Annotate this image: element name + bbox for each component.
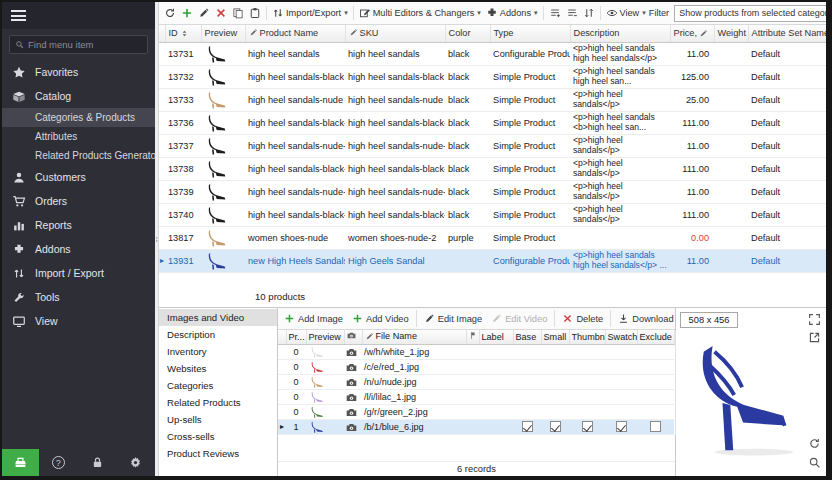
tab-websites[interactable]: Websites <box>159 360 277 377</box>
download-image-button[interactable]: Download Image <box>610 310 675 327</box>
product-row[interactable]: 13732 high heel sandals-black high heel … <box>159 65 826 88</box>
swatch-checkbox[interactable] <box>616 421 627 432</box>
small-checkbox[interactable] <box>550 361 561 372</box>
fullscreen-icon[interactable] <box>808 313 821 326</box>
sidebar-item-reports[interactable]: Reports <box>2 213 155 237</box>
column-header[interactable]: Label <box>479 330 513 344</box>
small-checkbox[interactable] <box>550 421 561 432</box>
delete-image-button[interactable]: Delete <box>554 310 607 327</box>
exclude-checkbox[interactable] <box>650 361 661 372</box>
thumbnail-checkbox[interactable] <box>582 406 593 417</box>
base-checkbox[interactable] <box>522 376 533 387</box>
image-row[interactable]: 0 /l/i/lilac_1.jpg <box>278 389 674 404</box>
copy-button[interactable] <box>230 5 246 22</box>
product-row[interactable]: 13733 high heel sandals-nude high heel s… <box>159 88 826 111</box>
sidebar-item-categories-products[interactable]: Categories & Products <box>2 108 155 127</box>
add-video-button[interactable]: Add Video <box>348 310 413 327</box>
image-row[interactable]: 0 /n/u/nude.jpg <box>278 374 674 389</box>
collapse-all-button[interactable] <box>564 5 580 22</box>
settings-button[interactable] <box>116 449 155 476</box>
delete-product-button[interactable] <box>213 5 229 22</box>
addons-menu[interactable]: Addons▾ <box>484 5 540 22</box>
sidebar-item-import-export[interactable]: Import / Export <box>2 261 155 285</box>
add-product-button[interactable] <box>179 5 195 22</box>
import-export-menu[interactable]: Import/Export▾ <box>270 5 350 22</box>
column-header[interactable]: ID <box>165 25 201 42</box>
lock-button[interactable] <box>78 449 117 476</box>
column-header[interactable]: SKU <box>345 25 445 42</box>
tab-inventory[interactable]: Inventory <box>159 343 277 360</box>
product-row[interactable]: 13740 high heel sandals-black-38 high he… <box>159 203 826 226</box>
swatch-checkbox[interactable] <box>616 376 627 387</box>
thumbnail-checkbox[interactable] <box>582 361 593 372</box>
exclude-checkbox[interactable] <box>650 391 661 402</box>
column-header[interactable]: Weight <box>714 25 748 42</box>
base-checkbox[interactable] <box>522 361 533 372</box>
exclude-checkbox[interactable] <box>650 406 661 417</box>
multi-editors-menu[interactable]: Multi Editors & Changers▾ <box>357 5 483 22</box>
column-header[interactable]: Base <box>513 330 541 344</box>
tab-categories[interactable]: Categories <box>159 377 277 394</box>
exclude-checkbox[interactable] <box>650 421 661 432</box>
product-row[interactable]: 13737 high heel sandals-nude-36 high hee… <box>159 134 826 157</box>
category-filter-select[interactable]: Show products from selected categories▾ <box>674 5 826 22</box>
product-row[interactable]: 13738 high heel sandals-black-37 high he… <box>159 157 826 180</box>
small-checkbox[interactable] <box>550 391 561 402</box>
image-size-readout[interactable]: 508 x 456 <box>680 312 738 328</box>
image-row[interactable]: 0 /c/e/red_1.jpg <box>278 359 674 374</box>
column-header[interactable]: Swatch <box>605 330 637 344</box>
column-header[interactable]: Type <box>490 25 570 42</box>
sidebar-item-orders[interactable]: Orders <box>2 189 155 213</box>
sidebar-item-customers[interactable]: Customers <box>2 165 155 189</box>
thumbnail-checkbox[interactable] <box>582 421 593 432</box>
base-checkbox[interactable] <box>522 406 533 417</box>
menu-search-input[interactable] <box>28 39 142 50</box>
small-checkbox[interactable] <box>550 406 561 417</box>
product-row[interactable]: 13736 high heel sandals-black-36 high he… <box>159 111 826 134</box>
tab-product-reviews[interactable]: Product Reviews <box>159 445 277 462</box>
edit-product-button[interactable] <box>196 5 212 22</box>
view-menu[interactable]: View▾ <box>604 5 648 22</box>
column-header[interactable]: Small <box>541 330 569 344</box>
small-checkbox[interactable] <box>550 346 561 357</box>
reorder-button[interactable] <box>581 5 597 22</box>
product-row[interactable]: 13817 women shoes-nude women shoes-nude-… <box>159 226 826 249</box>
menu-search[interactable] <box>9 35 148 54</box>
image-row[interactable]: 0 /g/r/green_2.jpg <box>278 404 674 419</box>
base-checkbox[interactable] <box>522 421 533 432</box>
zoom-icon[interactable] <box>808 456 821 469</box>
rotate-icon[interactable] <box>808 437 821 450</box>
swatch-checkbox[interactable] <box>616 361 627 372</box>
sidebar-item-favorites[interactable]: Favorites <box>2 60 155 84</box>
column-header[interactable]: Thumbna <box>569 330 605 344</box>
menu-toggle-button[interactable] <box>2 2 155 29</box>
expand-all-button[interactable] <box>547 5 563 22</box>
column-header[interactable]: Preview <box>201 25 245 42</box>
column-header[interactable] <box>344 330 362 344</box>
tab-description[interactable]: Description <box>159 326 277 343</box>
column-header[interactable] <box>278 330 286 344</box>
sidebar-item-tools[interactable]: Tools <box>2 285 155 309</box>
store-button[interactable] <box>2 449 39 476</box>
sidebar-item-attributes[interactable]: Attributes <box>2 127 155 146</box>
edit-image-button[interactable]: Edit Image <box>416 310 486 327</box>
help-button[interactable]: ? <box>39 449 78 476</box>
refresh-button[interactable] <box>162 5 178 22</box>
thumbnail-checkbox[interactable] <box>582 391 593 402</box>
column-header[interactable]: File Name <box>362 330 466 344</box>
small-checkbox[interactable] <box>550 376 561 387</box>
column-header[interactable] <box>466 330 479 344</box>
exclude-checkbox[interactable] <box>650 346 661 357</box>
edit-video-button[interactable]: Edit Video <box>487 310 551 327</box>
column-header[interactable]: Pr... <box>286 330 306 344</box>
thumbnail-checkbox[interactable] <box>582 376 593 387</box>
swatch-checkbox[interactable] <box>616 346 627 357</box>
sidebar-item-view[interactable]: View <box>2 309 155 333</box>
product-row[interactable]: 13731 high heel sandals high heel sandal… <box>159 42 826 65</box>
column-header[interactable]: Exclude <box>637 330 674 344</box>
add-image-button[interactable]: Add Image <box>280 310 347 327</box>
swatch-checkbox[interactable] <box>616 406 627 417</box>
image-row[interactable]: ▸ 1 /b/1/blue_6.jpg <box>278 419 674 434</box>
base-checkbox[interactable] <box>522 346 533 357</box>
tab-related-products[interactable]: Related Products <box>159 394 277 411</box>
